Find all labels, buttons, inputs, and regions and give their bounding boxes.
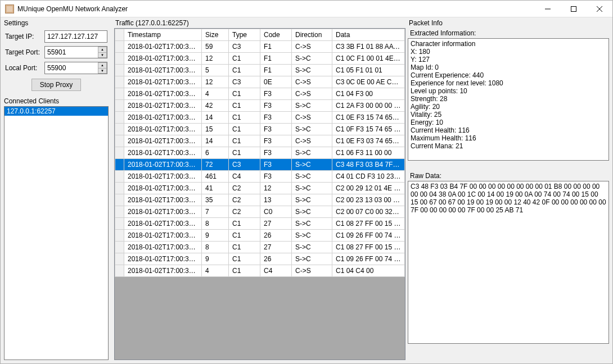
table-cell[interactable]: 12 [202,76,229,88]
table-cell[interactable]: S->C [292,206,332,218]
table-cell[interactable]: C3 [229,159,260,171]
table-cell[interactable]: 2018-01-02T17:00:33.... [124,112,202,124]
table-cell[interactable]: 2018-01-02T17:00:33.... [124,159,202,171]
table-cell[interactable]: 2018-01-02T17:00:33.... [124,65,202,76]
table-row[interactable]: 2018-01-02T17:00:33....15C1F3S->CC1 0F F… [115,124,405,135]
table-row[interactable]: 2018-01-02T17:00:33....12C30EC->SC3 0C 0… [115,76,405,88]
table-cell[interactable]: 13 [260,194,292,206]
table-cell[interactable]: 9 [202,253,229,265]
table-cell[interactable]: C4 [229,171,260,183]
table-cell[interactable]: 6 [202,147,229,159]
table-cell[interactable]: 2018-01-02T17:00:32.... [124,41,202,53]
raw-data-box[interactable] [408,181,609,344]
table-cell[interactable]: C->S [292,76,332,88]
table-cell[interactable]: C1 08 27 FF 00 15 00 19 [332,218,405,230]
table-cell[interactable]: C->S [292,88,332,100]
table-cell[interactable]: C2 00 29 12 01 4E 34 B4... [332,183,405,194]
table-row[interactable]: 2018-01-02T17:00:33....72C3F3S->CC3 48 F… [115,159,405,171]
table-cell[interactable]: 2018-01-02T17:00:33.... [124,76,202,88]
table-cell[interactable]: 26 [260,230,292,242]
table-row[interactable]: 2018-01-02T17:00:33....6C1F3S->CC1 06 F3… [115,147,405,159]
table-cell[interactable]: C->S [292,265,332,277]
table-cell[interactable]: S->C [292,147,332,159]
table-cell[interactable]: 2018-01-02T17:00:37.... [124,253,202,265]
table-cell[interactable]: S->C [292,100,332,112]
table-cell[interactable]: C4 [260,265,292,277]
table-cell[interactable]: S->C [292,124,332,135]
table-row[interactable]: 2018-01-02T17:00:32....12C1F1S->CC1 0C F… [115,53,405,65]
table-row[interactable]: 2018-01-02T17:00:34....8C127S->CC1 08 27… [115,218,405,230]
table-row[interactable]: 2018-01-02T17:00:38....4C1C4C->SC1 04 C4… [115,265,405,277]
table-cell[interactable]: S->C [292,183,332,194]
table-cell[interactable]: C1 0E F3 15 74 65 73 74... [332,112,405,124]
target-port-down[interactable]: ▼ [98,53,107,58]
table-cell[interactable]: C3 0C 0E 00 AE CE B4 4... [332,76,405,88]
minimize-button[interactable] [535,1,561,17]
table-cell[interactable]: C->S [292,41,332,53]
table-cell[interactable]: C2 00 07 C0 00 32 00 [332,206,405,218]
table-cell[interactable]: C2 [229,194,260,206]
table-cell[interactable]: S->C [292,53,332,65]
target-ip-input[interactable] [44,30,107,43]
stop-proxy-button[interactable]: Stop Proxy [31,79,82,91]
table-cell[interactable]: 0E [260,76,292,88]
close-button[interactable] [587,1,612,17]
table-cell[interactable]: 2018-01-02T17:00:33.... [124,183,202,194]
table-cell[interactable]: 12 [202,53,229,65]
table-row[interactable]: 2018-01-02T17:00:34....9C126S->CC1 09 26… [115,230,405,242]
table-cell[interactable]: 2018-01-02T17:00:33.... [124,135,202,147]
table-cell[interactable]: C1 [229,253,260,265]
table-cell[interactable]: 14 [202,112,229,124]
table-cell[interactable]: 41 [202,183,229,194]
table-cell[interactable]: 7 [202,206,229,218]
table-cell[interactable]: F3 [260,124,292,135]
local-port-up[interactable]: ▲ [98,62,107,69]
table-row[interactable]: 2018-01-02T17:00:33....35C213S->CC2 00 2… [115,194,405,206]
table-cell[interactable]: F1 [260,41,292,53]
table-cell[interactable]: S->C [292,242,332,253]
table-cell[interactable]: C1 0E F3 03 74 65 73 74... [332,135,405,147]
table-cell[interactable]: C1 09 26 FF 00 74 00 00... [332,253,405,265]
extracted-info-box[interactable] [408,38,609,161]
table-row[interactable]: 2018-01-02T17:00:37....8C127S->CC1 08 27… [115,242,405,253]
table-cell[interactable]: C3 [229,76,260,88]
clients-list[interactable]: 127.0.0.1:62257 [4,106,109,360]
table-cell[interactable]: C1 [229,65,260,76]
table-row[interactable]: 2018-01-02T17:00:33....461C4F3S->CC4 01 … [115,171,405,183]
table-cell[interactable]: 27 [260,242,292,253]
table-cell[interactable]: 2018-01-02T17:00:34.... [124,230,202,242]
table-cell[interactable]: C1 09 26 FF 00 74 00 00... [332,230,405,242]
table-cell[interactable]: 2018-01-02T17:00:38.... [124,265,202,277]
table-cell[interactable]: F3 [260,100,292,112]
table-row[interactable]: 2018-01-02T17:00:32....59C3F1C->SC3 3B F… [115,41,405,53]
table-row[interactable]: 2018-01-02T17:00:33....4C1F3C->SC1 04 F3… [115,88,405,100]
table-row[interactable]: 2018-01-02T17:00:33....41C212S->CC2 00 2… [115,183,405,194]
table-cell[interactable]: C1 05 F1 01 01 [332,65,405,76]
table-cell[interactable]: S->C [292,171,332,183]
table-cell[interactable]: C1 0C F1 00 01 4E 34 31... [332,53,405,65]
table-cell[interactable]: C2 [229,206,260,218]
table-cell[interactable]: C1 [229,230,260,242]
col-timestamp[interactable]: Timestamp [124,29,202,41]
table-cell[interactable]: C4 01 CD F3 10 23 1D 1... [332,171,405,183]
table-row[interactable]: 2018-01-02T17:00:33....14C1F3C->SC1 0E F… [115,135,405,147]
table-cell[interactable]: C3 48 F3 03 B4 7F 00 00... [332,159,405,171]
table-cell[interactable]: 15 [202,124,229,135]
table-cell[interactable]: C2 [229,183,260,194]
table-cell[interactable]: C1 [229,242,260,253]
table-cell[interactable]: C1 [229,147,260,159]
table-cell[interactable]: C->S [292,135,332,147]
table-cell[interactable]: C1 04 C4 00 [332,265,405,277]
table-cell[interactable]: 8 [202,218,229,230]
table-cell[interactable]: C1 [229,265,260,277]
table-cell[interactable]: 2018-01-02T17:00:34.... [124,218,202,230]
table-cell[interactable]: 2018-01-02T17:00:33.... [124,147,202,159]
table-cell[interactable]: C1 [229,218,260,230]
table-cell[interactable]: 4 [202,265,229,277]
table-cell[interactable]: F3 [260,171,292,183]
table-cell[interactable]: C1 [229,112,260,124]
col-data[interactable]: Data [332,29,405,41]
col-code[interactable]: Code [260,29,292,41]
table-cell[interactable]: 2018-01-02T17:00:33.... [124,124,202,135]
table-cell[interactable]: 72 [202,159,229,171]
